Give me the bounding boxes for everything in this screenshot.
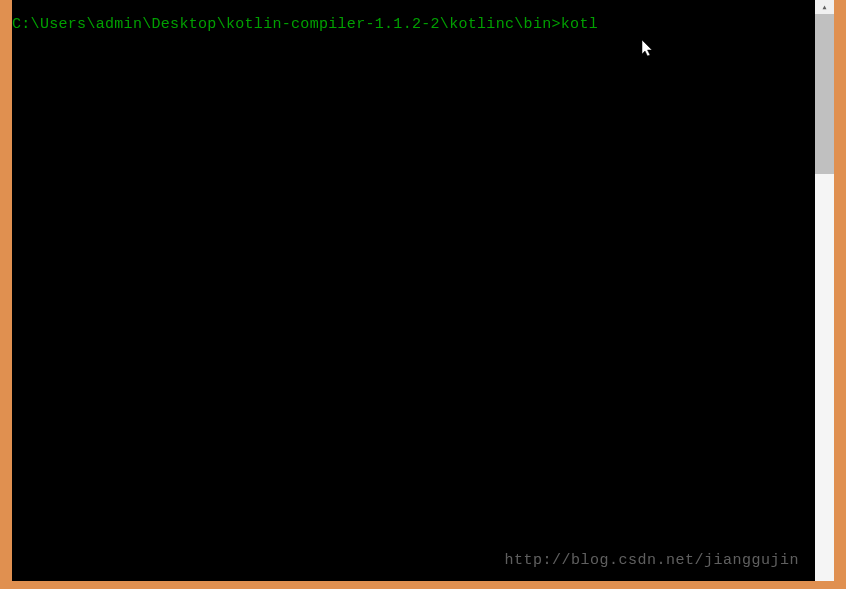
window-left-border [0,0,12,589]
window-frame: C:\Users\admin\Desktop\kotlin-compiler-1… [0,0,846,589]
window-bottom-border [0,581,846,589]
terminal-prompt: C:\Users\admin\Desktop\kotlin-compiler-1… [12,16,561,33]
watermark-text: http://blog.csdn.net/jianggujin [504,552,799,569]
terminal-command: kotl [561,16,598,33]
vertical-scrollbar[interactable]: ▴ [815,0,834,581]
window-right-border [834,0,846,589]
terminal-content: C:\Users\admin\Desktop\kotlin-compiler-1… [12,0,815,33]
terminal[interactable]: C:\Users\admin\Desktop\kotlin-compiler-1… [12,0,815,581]
scrollbar-up-arrow-icon[interactable]: ▴ [815,0,834,14]
scrollbar-thumb[interactable] [815,14,834,174]
scrollbar-track[interactable] [815,174,834,581]
mouse-cursor-icon [642,40,654,58]
